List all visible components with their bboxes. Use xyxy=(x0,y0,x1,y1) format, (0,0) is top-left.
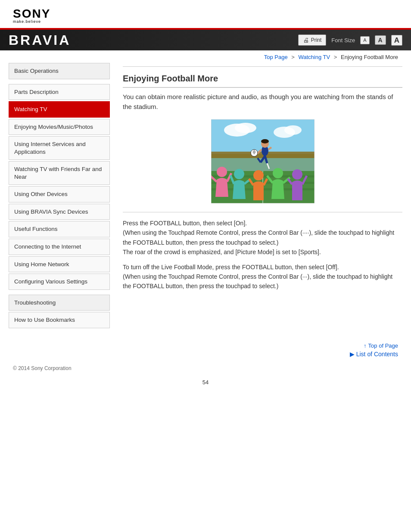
sidebar-item-connecting-internet[interactable]: Connecting to the Internet xyxy=(9,239,110,255)
sidebar-item-watching-tv[interactable]: Watching TV xyxy=(9,101,110,118)
logo-area: SONY make.believe xyxy=(0,0,411,28)
sidebar-item-watching-friends[interactable]: Watching TV with Friends Far and Near xyxy=(9,161,110,185)
page-title: Enjoying Football More xyxy=(123,74,402,88)
print-button[interactable]: 🖨 Print xyxy=(298,34,327,46)
top-of-page-arrow: ↑ xyxy=(364,342,367,349)
sony-tagline: make.believe xyxy=(13,20,398,24)
sidebar-item-enjoying-movies[interactable]: Enjoying Movies/Music/Photos xyxy=(9,119,110,135)
breadcrumb-current: Enjoying Football More xyxy=(341,54,398,60)
header-bar: BRAVIA 🖨 Print Font Size A A A xyxy=(0,28,411,50)
svg-point-32 xyxy=(273,168,283,178)
footer-area: © 2014 Sony Corporation xyxy=(0,362,411,375)
breadcrumb-top-page[interactable]: Top Page xyxy=(264,54,288,60)
middle-divider xyxy=(123,212,402,212)
breadcrumb-sep-1: > xyxy=(291,54,295,60)
sidebar-item-internet-services[interactable]: Using Internet Services and Applications xyxy=(9,136,110,160)
sony-text: SONY xyxy=(13,8,398,20)
football-image xyxy=(211,119,314,203)
list-of-contents-arrow: ▶ xyxy=(350,351,355,358)
font-large-button[interactable]: A xyxy=(391,35,402,46)
sidebar-item-bravia-sync[interactable]: Using BRAVIA Sync Devices xyxy=(9,204,110,220)
content-paragraph-2: To turn off the Live Football Mode, pres… xyxy=(123,262,402,291)
sidebar-item-configuring-settings[interactable]: Configuring Various Settings xyxy=(9,274,110,290)
top-of-page-link[interactable]: ↑ Top of Page xyxy=(364,342,398,349)
content-body: Press the FOOTBALL button, then select [… xyxy=(123,218,402,291)
top-divider xyxy=(123,66,402,67)
page-number: 54 xyxy=(0,375,411,394)
sidebar-item-home-network[interactable]: Using Home Network xyxy=(9,256,110,273)
list-of-contents-label: List of Contents xyxy=(356,351,398,358)
list-of-contents-link[interactable]: ▶ List of Contents xyxy=(350,351,398,358)
breadcrumb-sep-2: > xyxy=(334,54,337,60)
content-intro: You can obtain more realistic picture an… xyxy=(123,92,402,112)
content-paragraph-1: Press the FOOTBALL button, then select [… xyxy=(123,218,402,257)
sidebar-item-useful-functions[interactable]: Useful Functions xyxy=(9,221,110,237)
svg-point-26 xyxy=(234,169,244,179)
font-small-button[interactable]: A xyxy=(360,36,369,44)
sidebar-item-other-devices[interactable]: Using Other Devices xyxy=(9,186,110,202)
bravia-title: BRAVIA xyxy=(9,32,71,48)
header-controls: 🖨 Print Font Size A A A xyxy=(298,34,402,46)
svg-point-2 xyxy=(235,123,256,133)
sony-logo: SONY make.believe xyxy=(13,8,398,24)
breadcrumb-watching-tv[interactable]: Watching TV xyxy=(298,54,330,60)
sidebar-item-how-to-use[interactable]: How to Use Bookmarks xyxy=(9,312,110,328)
print-label: Print xyxy=(311,37,322,43)
print-icon: 🖨 xyxy=(303,37,309,44)
bottom-area: ↑ Top of Page ▶ List of Contents xyxy=(0,338,411,362)
main-layout: Basic Operations Parts Description Watch… xyxy=(0,63,411,338)
content-area: Enjoying Football More You can obtain mo… xyxy=(114,63,402,330)
font-size-label: Font Size xyxy=(331,37,355,44)
sidebar-item-troubleshooting[interactable]: Troubleshooting xyxy=(9,295,110,311)
sidebar: Basic Operations Parts Description Watch… xyxy=(9,63,114,330)
svg-point-23 xyxy=(217,167,227,177)
svg-point-35 xyxy=(292,169,302,180)
sidebar-item-parts-description[interactable]: Parts Description xyxy=(9,84,110,100)
svg-point-15 xyxy=(261,139,269,143)
copyright: © 2014 Sony Corporation xyxy=(13,365,72,371)
sidebar-item-basic-operations[interactable]: Basic Operations xyxy=(9,63,110,79)
font-medium-button[interactable]: A xyxy=(375,35,386,45)
svg-point-4 xyxy=(284,125,302,135)
svg-point-29 xyxy=(253,170,264,180)
breadcrumb: Top Page > Watching TV > Enjoying Footba… xyxy=(0,50,411,63)
top-of-page-label: Top of Page xyxy=(368,342,398,349)
